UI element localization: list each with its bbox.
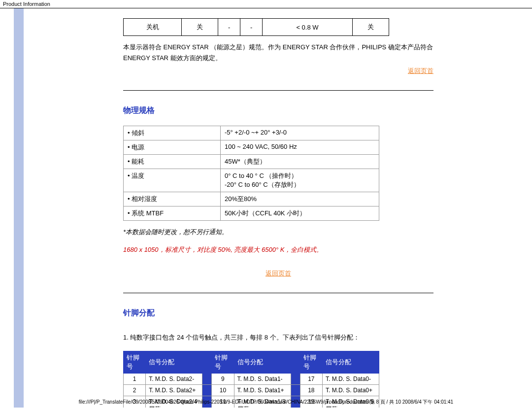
power-table: 关机 关 - - < 0.8 W 关 [123,18,389,36]
power-cell: 关 [182,19,218,36]
power-cell: - [240,19,263,36]
pin-assignment-heading: 针脚分配 [123,308,433,318]
pin-sig: T. M.D. S. Data1- [234,374,291,385]
pins-paragraph: 1. 纯数字接口包含 24 个信号触点，共三排，每排 8 个。下表列出了信号针脚… [123,333,433,342]
pin-num: 18 [300,385,322,396]
power-cell: 关机 [124,19,182,36]
back-to-top-link[interactable]: 返回页首 [266,270,291,277]
pin-sig: T. M.D. S. Data0+ [322,385,379,396]
spec-key: • 系统 MTBF [124,206,221,221]
main-content: 关机 关 - - < 0.8 W 关 本显示器符合 ENERGY STAR （能… [123,8,433,408]
pin-num: 1 [124,374,146,385]
pins-gap [202,374,212,385]
pin-sig: T. M.D. S. Data2- [146,374,202,385]
spec-key: • 温度 [124,169,221,192]
pin-num: 17 [300,374,322,385]
pin-num: 10 [212,385,234,396]
pins-gap [202,385,212,396]
spec-key: • 傾斜 [124,126,221,140]
spec-val: -5° +2/-0 ~+ 20° +3/-0 [221,126,379,140]
pin-sig: T. M.D. S. Data1+ [234,385,291,396]
spec-val: 50K小时（CCFL 40K 小时） [221,206,379,221]
section-divider [123,293,433,293]
power-cell: 关 [352,19,389,36]
spec-key: • 电源 [124,140,221,155]
physical-spec-heading: 物理规格 [123,105,433,116]
pins-gap [291,351,300,374]
spec-key: • 能耗 [124,155,221,169]
spec-val: 45W*（典型） [221,155,379,169]
pins-th: 针脚号 [212,351,234,374]
spec-key: • 相对湿度 [124,192,221,206]
spec-val: 0° C to 40 ° C （操作时） -20° C to 60° C（存放时… [221,169,379,192]
pins-th: 信号分配 [146,351,202,374]
section-divider [123,90,433,91]
page-header: Product Information [0,0,532,8]
pin-num: 2 [124,385,146,396]
pin-num: 9 [212,374,234,385]
pins-gap [291,385,300,396]
spec-table: • 傾斜-5° +2/-0 ~+ 20° +3/-0 • 电源100 ~ 240… [123,126,379,221]
left-sidebar [14,8,24,408]
pins-th: 针脚号 [124,351,146,374]
pins-gap [291,374,300,385]
page-footer: file:///P|/P_TranslateFile/C9/2008/5/C90… [0,399,532,406]
pins-gap [202,351,212,374]
spec-val: 100 ~ 240 VAC, 50/60 Hz [221,140,379,155]
pins-th: 针脚号 [300,351,322,374]
pins-th: 信号分配 [234,351,291,374]
pin-sig: T. M.D. S. Data0- [322,374,379,385]
pins-th: 信号分配 [322,351,379,374]
back-to-top-link[interactable]: 返回页首 [408,67,433,74]
power-cell: < 0.8 W [263,19,353,36]
spec-note: *本数据会随时更改，恕不另行通知。 [123,228,433,237]
pin-sig: T. M.D. S. Data2+ [146,385,202,396]
power-cell: - [218,19,240,36]
spec-note-red: 1680 x 1050，标准尺寸，对比度 50%, 亮度最大 6500° K，全… [123,245,433,254]
spec-val: 20%至80% [221,192,379,206]
energy-star-paragraph: 本显示器符合 ENERGY STAR （能源之星）规范。作为 ENERGY ST… [123,42,433,64]
